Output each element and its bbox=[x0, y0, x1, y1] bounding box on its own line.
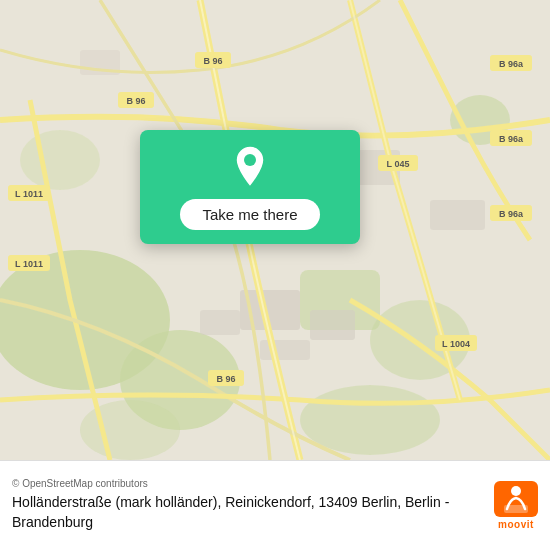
moovit-brand-name: moovit bbox=[498, 519, 534, 530]
svg-point-38 bbox=[511, 486, 521, 496]
svg-text:L 1004: L 1004 bbox=[442, 339, 470, 349]
svg-rect-15 bbox=[430, 200, 485, 230]
svg-text:B 96: B 96 bbox=[216, 374, 235, 384]
bottom-bar: © OpenStreetMap contributors Holländerst… bbox=[0, 460, 550, 550]
svg-text:B 96a: B 96a bbox=[499, 209, 524, 219]
svg-text:B 96a: B 96a bbox=[499, 59, 524, 69]
svg-point-36 bbox=[244, 154, 256, 166]
svg-text:B 96: B 96 bbox=[203, 56, 222, 66]
copyright-text: © OpenStreetMap contributors bbox=[12, 478, 484, 489]
map-container: B 96 B 96 B 96 B 96a B 96a B 96a L 1011 … bbox=[0, 0, 550, 460]
take-me-there-button[interactable]: Take me there bbox=[180, 199, 319, 230]
svg-text:L 1011: L 1011 bbox=[15, 259, 43, 269]
location-name: Holländerstraße (mark holländer), Reinic… bbox=[12, 493, 484, 532]
moovit-logo: moovit bbox=[494, 481, 538, 530]
svg-rect-11 bbox=[200, 310, 240, 335]
svg-rect-39 bbox=[504, 505, 528, 513]
bottom-text: © OpenStreetMap contributors Holländerst… bbox=[12, 478, 484, 532]
location-pin-icon bbox=[231, 144, 269, 189]
moovit-icon bbox=[494, 481, 538, 517]
svg-text:L 1011: L 1011 bbox=[15, 189, 43, 199]
svg-point-7 bbox=[300, 385, 440, 455]
svg-point-6 bbox=[20, 130, 100, 190]
svg-rect-12 bbox=[260, 340, 310, 360]
svg-rect-10 bbox=[310, 310, 355, 340]
popup-card: Take me there bbox=[140, 130, 360, 244]
svg-text:B 96a: B 96a bbox=[499, 134, 524, 144]
svg-text:L 045: L 045 bbox=[387, 159, 410, 169]
svg-text:B 96: B 96 bbox=[126, 96, 145, 106]
